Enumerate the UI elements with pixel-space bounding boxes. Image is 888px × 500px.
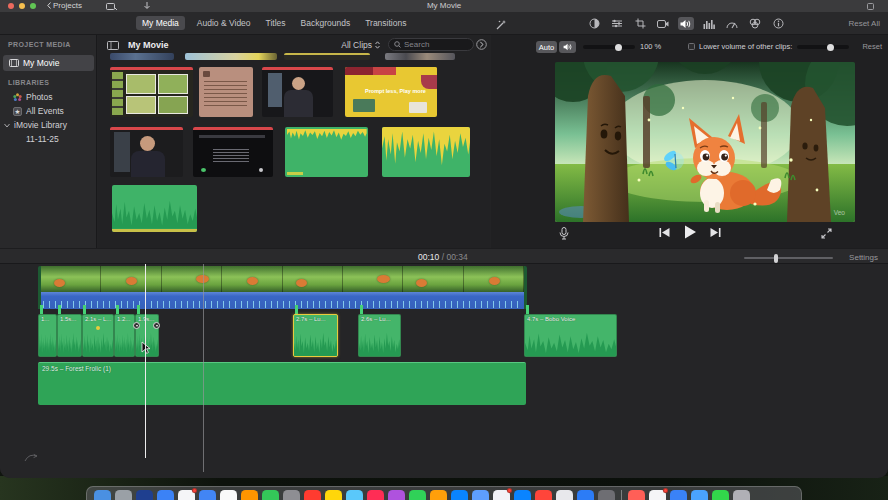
media-thumbnail-document[interactable] bbox=[199, 67, 253, 117]
auto-volume-button[interactable]: Auto bbox=[536, 41, 557, 53]
noise-reduction-icon[interactable] bbox=[701, 17, 717, 30]
dock-app-icon[interactable] bbox=[136, 490, 153, 500]
dock-app-icon[interactable] bbox=[493, 490, 510, 500]
volume-slider-knob[interactable] bbox=[615, 44, 622, 51]
clip-info-icon[interactable] bbox=[770, 17, 786, 30]
timeline-audio-clip-selected[interactable]: 2.7s – Lu... bbox=[293, 314, 338, 357]
media-thumbnail-audio-clip[interactable] bbox=[285, 127, 368, 177]
volume-keyframe-button[interactable] bbox=[153, 322, 160, 329]
dock-app-icon[interactable] bbox=[262, 490, 279, 500]
reset-volume-button[interactable]: Reset bbox=[862, 42, 882, 51]
dock-app-icon[interactable] bbox=[115, 490, 132, 500]
appearance-toggle-icon[interactable] bbox=[107, 41, 119, 50]
browser-forward-button[interactable] bbox=[476, 39, 487, 50]
tab-my-media[interactable]: My Media bbox=[136, 16, 185, 30]
dock-app-icon[interactable] bbox=[535, 490, 552, 500]
dock-app-icon[interactable] bbox=[514, 490, 531, 500]
speed-icon[interactable] bbox=[724, 17, 740, 30]
lower-volume-slider-knob[interactable] bbox=[827, 44, 834, 51]
color-correction-icon[interactable] bbox=[609, 17, 625, 30]
media-thumbnail[interactable] bbox=[385, 53, 455, 60]
media-thumbnail-webcam[interactable] bbox=[110, 127, 183, 177]
volume-slider[interactable] bbox=[583, 45, 635, 49]
media-thumbnail[interactable] bbox=[284, 53, 370, 60]
timeline-audio-clip[interactable]: 2.1s – L... bbox=[82, 314, 114, 357]
timeline-video-audio-strip[interactable] bbox=[38, 292, 527, 309]
timeline-zoom-slider[interactable] bbox=[744, 257, 833, 259]
sidebar-item-all-events[interactable]: ★ All Events bbox=[0, 104, 97, 118]
dock-app-icon[interactable] bbox=[346, 490, 363, 500]
dock-app-icon[interactable] bbox=[451, 490, 468, 500]
dock-app-icon[interactable] bbox=[733, 490, 750, 500]
media-thumbnail-screen-recording[interactable] bbox=[110, 67, 193, 117]
reset-all-button[interactable]: Reset All bbox=[848, 19, 880, 28]
dock-app-icon[interactable] bbox=[472, 490, 489, 500]
search-field[interactable] bbox=[388, 38, 474, 51]
play-button[interactable] bbox=[683, 225, 697, 239]
dock-app-icon[interactable] bbox=[241, 490, 258, 500]
dock-app-icon[interactable] bbox=[628, 490, 645, 500]
stabilization-icon[interactable] bbox=[655, 17, 671, 30]
timeline-audio-clip[interactable]: 1... bbox=[38, 314, 57, 357]
dock-app-icon[interactable] bbox=[388, 490, 405, 500]
search-input[interactable] bbox=[404, 40, 464, 49]
tab-transitions[interactable]: Transitions bbox=[362, 16, 409, 30]
media-thumbnail-terminal[interactable] bbox=[193, 127, 273, 177]
dock-app-icon[interactable] bbox=[712, 490, 729, 500]
dock-app-icon[interactable] bbox=[577, 490, 594, 500]
media-thumbnail-slide[interactable]: Prompt less, Play more bbox=[345, 67, 437, 117]
crop-icon[interactable] bbox=[632, 17, 648, 30]
sidebar-item-imovie-library[interactable]: iMovie Library bbox=[0, 118, 97, 132]
mute-button[interactable] bbox=[559, 41, 576, 53]
next-frame-button[interactable] bbox=[710, 227, 721, 238]
dock-app-icon[interactable] bbox=[556, 490, 573, 500]
media-thumbnail-presenter[interactable] bbox=[262, 67, 333, 117]
dock-app-icon[interactable] bbox=[94, 490, 111, 500]
clips-filter-dropdown[interactable]: All Clips bbox=[341, 40, 380, 50]
lower-volume-checkbox[interactable] bbox=[688, 43, 695, 50]
timeline-audio-clip[interactable]: 1.2... bbox=[114, 314, 135, 357]
dock-app-icon[interactable] bbox=[304, 490, 321, 500]
sidebar-item-my-movie[interactable]: My Movie bbox=[3, 55, 94, 71]
lower-volume-slider[interactable] bbox=[797, 45, 849, 49]
media-thumbnail[interactable] bbox=[185, 53, 277, 60]
dock-app-icon[interactable] bbox=[670, 490, 687, 500]
sidebar-item-photos[interactable]: Photos bbox=[0, 90, 97, 104]
dock-app-icon[interactable] bbox=[157, 490, 174, 500]
dock-app-icon[interactable] bbox=[220, 490, 237, 500]
dock-app-icon[interactable] bbox=[199, 490, 216, 500]
tab-titles[interactable]: Titles bbox=[263, 16, 289, 30]
media-thumbnail-audio-clip[interactable] bbox=[382, 127, 470, 177]
dock-app-icon[interactable] bbox=[409, 490, 426, 500]
tab-backgrounds[interactable]: Backgrounds bbox=[298, 16, 354, 30]
media-tabs: My Media Audio & Video Titles Background… bbox=[136, 16, 409, 30]
timeline-audio-clip[interactable]: 2.6s – Lu... bbox=[358, 314, 401, 357]
volume-keyframe-button[interactable] bbox=[133, 322, 140, 329]
dock-app-icon[interactable] bbox=[325, 490, 342, 500]
media-thumbnail-audio-clip[interactable] bbox=[112, 185, 197, 232]
dock-app-icon[interactable] bbox=[430, 490, 447, 500]
timeline-audio-clip[interactable]: 4.7s – Bobo Voice bbox=[524, 314, 617, 357]
playhead[interactable] bbox=[145, 264, 146, 458]
disclosure-chevron-icon[interactable] bbox=[4, 123, 10, 128]
dock-app-icon[interactable] bbox=[598, 490, 615, 500]
timeline-video-clip[interactable] bbox=[38, 266, 527, 292]
timeline-music-clip[interactable]: 29.5s – Forest Frolic (1) bbox=[38, 362, 526, 405]
timeline-audio-clip[interactable]: 1.5s... bbox=[57, 314, 82, 357]
color-balance-icon[interactable] bbox=[586, 17, 602, 30]
fullscreen-button[interactable] bbox=[821, 228, 832, 239]
previous-frame-button[interactable] bbox=[659, 227, 670, 238]
volume-icon[interactable] bbox=[678, 17, 694, 30]
media-thumbnail[interactable] bbox=[110, 53, 174, 60]
sidebar-item-date-folder[interactable]: 11-11-25 bbox=[0, 132, 97, 146]
dock-app-icon[interactable] bbox=[367, 490, 384, 500]
dock-app-icon[interactable] bbox=[649, 490, 666, 500]
dock-app-icon[interactable] bbox=[178, 490, 195, 500]
timeline-settings-button[interactable]: Settings bbox=[849, 253, 878, 262]
dock-app-icon[interactable] bbox=[691, 490, 708, 500]
dock-app-icon[interactable] bbox=[283, 490, 300, 500]
clip-filter-icon[interactable] bbox=[747, 17, 763, 30]
tab-audio-video[interactable]: Audio & Video bbox=[194, 16, 254, 30]
enhance-wand-icon[interactable] bbox=[495, 19, 507, 31]
timeline-zoom-knob[interactable] bbox=[774, 254, 778, 263]
